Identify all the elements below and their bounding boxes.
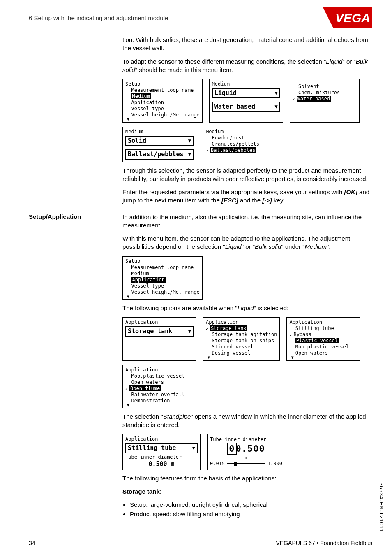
body-text: In addition to the medium, also the appl… bbox=[122, 213, 372, 230]
footer-doc-title: VEGAPULS 67 • Foundation Fieldbus bbox=[276, 540, 372, 546]
svg-text:VEGA: VEGA bbox=[335, 11, 370, 25]
body-text: The selection "Standpipe" opens a new wi… bbox=[122, 413, 372, 429]
section-header: 6 Set up with the indicating and adjustm… bbox=[29, 14, 168, 21]
lcd-app-storage: Application Storage tank▼ bbox=[122, 317, 196, 361]
page-number: 34 bbox=[29, 540, 35, 546]
lcd-app-list-3: Application Mob.plastic vessel Open wate… bbox=[122, 365, 196, 408]
body-text: The following options are available when… bbox=[122, 304, 372, 312]
lcd-solid-list: Medium Powder/dust Granules/pellets ✓Bal… bbox=[203, 127, 277, 162]
lcd-app-list-2: Application Stilling tube ✓Bypass Plasti… bbox=[286, 317, 360, 361]
lcd-setup: Setup Measurement loop name Medium Appli… bbox=[122, 79, 203, 123]
body-text: To adapt the sensor to these different m… bbox=[122, 58, 372, 74]
lcd-medium-liquid: Medium Liquid▼ Water based▼ bbox=[209, 79, 283, 123]
lcd-tube-diameter: Tube inner diameter 00.500 m 0.015 1.000 bbox=[207, 434, 285, 470]
body-text: Enter the requested parameters via the a… bbox=[122, 188, 372, 205]
body-text: With this menu item, the sensor can be a… bbox=[122, 234, 372, 251]
lcd-setup-2: Setup Measurement loop name Medium Appli… bbox=[122, 256, 203, 300]
body-text: The following features form the basis of… bbox=[122, 474, 372, 483]
storage-tank-heading: Storage tank: bbox=[122, 487, 372, 496]
sidebar-setup-application: Setup/Application bbox=[29, 213, 111, 519]
lcd-medium-solid: Medium Solid▼ Ballast/pebbles▼ bbox=[122, 127, 196, 162]
body-text: tion. With bulk solids, these are dust g… bbox=[122, 36, 372, 53]
vega-logo: VEGA bbox=[323, 7, 372, 28]
lcd-app-list-1: Application ✓Storage tank Storage tank a… bbox=[203, 317, 280, 361]
body-text: Through this selection, the sensor is ad… bbox=[122, 167, 372, 183]
lcd-solvent-list: Solvent Chem. mixtures ✓Water based bbox=[290, 79, 360, 123]
storage-tank-bullets: Setup: large-volumed, upright cylindrica… bbox=[130, 501, 372, 518]
doc-id-vertical: 36534-EN-121011 bbox=[378, 483, 385, 532]
lcd-stilling-tube: Application Stilling tube▼ Tube inner di… bbox=[122, 434, 201, 470]
